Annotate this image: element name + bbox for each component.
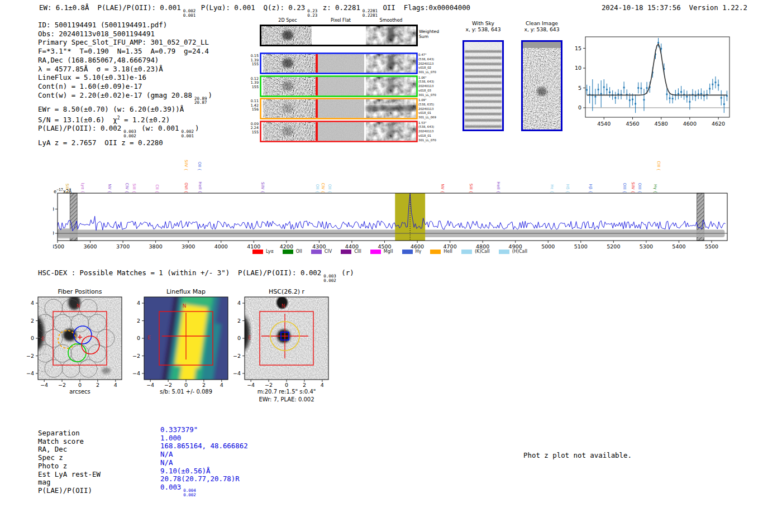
east-label: E — [41, 336, 45, 342]
match-row-label-2: Match score — [38, 438, 101, 446]
lineflux-map-cutout: Lineflux Map N E −4−4−2−2002244 s/b: 5.0… — [123, 286, 237, 401]
legend-item-Hγ: Hγ — [402, 249, 422, 254]
match-table-values: 0.337379"1.000168.865164, 48.666862N/AN/… — [160, 426, 248, 497]
summary-header: EW: 6.1±0.8Å P(LAE)/P(OII): 0.0010.0020.… — [39, 3, 470, 17]
match-row-value-4: N/A — [160, 450, 248, 459]
match-row-label-3: RA, Dec — [38, 445, 101, 454]
match-table-labels: SeparationMatch scoreRA, DecSpec zPhoto … — [38, 429, 101, 495]
clean-image-title: Clean Imagex, y: 538, 643 — [511, 20, 573, 32]
info-line-3: Primary Spec_Slot_IFU_AMP: 301_052_072_L… — [38, 38, 212, 47]
info-line-13: LyA z = 2.7657 OII z = 0.2280 — [38, 138, 212, 147]
line-label-NV: NV { — [440, 184, 445, 193]
spacer — [681, 3, 689, 12]
line-label-SiIV: SiIV { — [260, 182, 265, 193]
info-line-10: EWr = 8.50(±0.70) (w: 6.20(±0.39))Å — [38, 105, 212, 114]
north-label: N — [282, 303, 285, 309]
clean-image-xy: x, y: 538, 643 — [524, 26, 560, 32]
info-line-7: LineFlux = 5.10(±0.31)e-16 — [38, 73, 212, 82]
svg-text:3500: 3500 — [53, 243, 64, 250]
svg-text:3900: 3900 — [182, 243, 195, 250]
hsc-title: HSC(26.2) r — [269, 288, 305, 295]
lineflux-caption: s/b: 5.01 +/- 0.089 — [160, 389, 212, 395]
svg-text:2: 2 — [96, 382, 99, 388]
spec2d-row-4-left-labels: 0.092.24155 — [244, 122, 259, 135]
info-line-11: S/N = 13.1(±0.6) χ2 = 1.2(±0.2) — [38, 114, 212, 124]
hsc-caption1: m:20.7 re:1.5" s:0.4" — [258, 389, 316, 395]
photz-note: Phot z plot not available. — [523, 451, 632, 459]
spec2d-row-3-left-labels: 0.111.42156 — [244, 99, 259, 112]
svg-text:0: 0 — [184, 382, 188, 388]
line-label-CIV: CIV { — [321, 183, 325, 193]
line-label-CII: CII { — [155, 184, 159, 193]
lineflux-title: Lineflux Map — [166, 288, 206, 295]
match-row-label-8: P(LAE)/P(OII) — [38, 487, 101, 495]
svg-text:−4: −4 — [132, 370, 140, 376]
legend-swatch — [402, 250, 413, 254]
line-label-SiII: SiII { — [469, 184, 473, 193]
legend-swatch — [370, 250, 381, 254]
svg-text:−4: −4 — [146, 382, 154, 388]
svg-text:0: 0 — [578, 104, 581, 111]
legend-swatch — [461, 250, 472, 254]
fiber-positions-title: Fiber Positions — [58, 288, 102, 295]
legend-item-HeII: HeII — [430, 249, 452, 254]
weighted-sum-label: WeightedSum — [419, 29, 439, 39]
line-label-SiII: SiII { — [65, 184, 69, 193]
match-row-value-7: 20.78(20.77,20.78)R — [160, 475, 248, 483]
svg-text:2: 2 — [237, 318, 241, 324]
svg-text:−2: −2 — [265, 382, 273, 388]
line-label-Hγ: Hγ { — [653, 184, 657, 193]
svg-text:2: 2 — [303, 382, 306, 388]
line-label-OII: OII { — [315, 184, 320, 193]
svg-text:4000: 4000 — [214, 243, 228, 250]
clean-image — [521, 40, 562, 131]
svg-text:15: 15 — [575, 45, 581, 51]
info-line-1: ID: 5001194491 (5001194491.pdf) — [38, 21, 212, 30]
line-label-HeII: HeII { — [496, 182, 500, 193]
line-label-CIII: CIII { — [656, 161, 661, 171]
spec2d-weighted-row — [260, 25, 418, 46]
fiber-xlabel: arcsecs — [69, 389, 90, 395]
line-label-OIII: OIII { — [622, 183, 627, 193]
legend-label: OII — [296, 249, 302, 254]
info-line-12: P(LAE)/P(OII): 0.0020.0030.002 (w: 0.001… — [38, 124, 212, 138]
svg-text:4: 4 — [237, 300, 241, 306]
svg-text:4560: 4560 — [626, 121, 639, 127]
north-label: N — [77, 303, 80, 309]
info-line-6: λ = 4577.85Å σ = 3.18(±0.23)Å — [38, 65, 212, 74]
weighted-sum-line1: Weighted — [419, 29, 439, 34]
match-row-value-5: N/A — [160, 459, 248, 467]
match-row-value-3: 168.865164, 48.666862 — [160, 442, 248, 450]
legend-item-MgII: MgII — [370, 249, 393, 254]
svg-text:−2: −2 — [164, 382, 172, 388]
with-sky-xy: x, y: 538, 643 — [466, 26, 501, 32]
line-label-SiII: SiII { — [132, 184, 136, 193]
svg-text:−2: −2 — [132, 353, 140, 359]
match-row-value-6: 9.10(±0.56)Å — [160, 467, 248, 476]
spec2d-row-3 — [260, 98, 418, 119]
svg-text:5: 5 — [578, 85, 581, 91]
svg-text:4540: 4540 — [597, 121, 611, 127]
info-line-8: Cont(n) = 1.60(±0.09)e-17 — [38, 82, 212, 91]
svg-text:3600: 3600 — [83, 243, 97, 250]
col-title-smoothed: Smoothed — [366, 18, 416, 23]
legend-item-CIV: CIV — [311, 249, 332, 254]
svg-text:5000: 5000 — [541, 243, 555, 250]
line-label-OII: OII { — [327, 184, 332, 193]
svg-text:5400: 5400 — [672, 243, 685, 250]
svg-text:5200: 5200 — [607, 243, 620, 250]
spec2d-row-4 — [260, 121, 418, 142]
svg-text:0: 0 — [53, 230, 54, 236]
line-label-SiIV: SiIV { — [631, 182, 635, 193]
legend-label: Hγ — [416, 249, 422, 254]
svg-text:5100: 5100 — [574, 243, 588, 250]
legend-label: CIV — [325, 249, 332, 254]
legend-label: HeII — [444, 249, 452, 254]
north-label: N — [183, 303, 187, 309]
line-label-Hβ: Hβ { — [588, 184, 593, 193]
svg-text:2: 2 — [31, 318, 34, 324]
col-title-2dspec: 2D Spec — [263, 18, 313, 23]
legend-item-OII: OII — [283, 249, 302, 254]
svg-text:5500: 5500 — [705, 243, 718, 250]
line-label-OII: OII { — [197, 162, 202, 171]
